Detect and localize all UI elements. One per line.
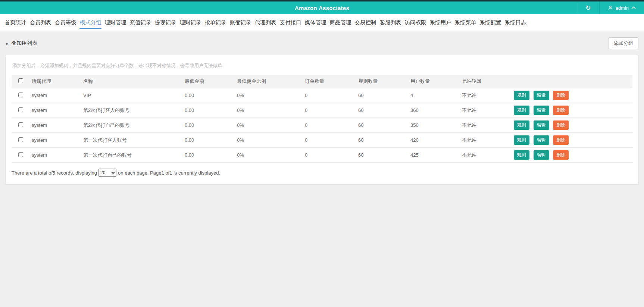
- cell-min-commission: 0%: [235, 148, 303, 163]
- tab-mode-groups[interactable]: 模式分组: [78, 15, 103, 31]
- select-all-checkbox[interactable]: [18, 78, 23, 83]
- tab-home-stats[interactable]: 首页统计: [3, 15, 28, 31]
- rule-button[interactable]: 规则: [514, 120, 529, 129]
- cell-allow-loop: 不允许: [460, 148, 512, 163]
- groups-table: 所属代理 名称 最低金额 最低佣金比例 订单数量 规则数量 用户数量 允许轮回 …: [12, 75, 632, 163]
- table-row: system 第2次代打客人的账号 0.00 0% 0 60 360 不允许 规…: [12, 103, 632, 118]
- col-actions: [512, 75, 632, 88]
- pagination-text-before: There are a total of5 records, displayin…: [12, 170, 97, 176]
- delete-button[interactable]: 删除: [553, 135, 569, 144]
- edit-button[interactable]: 编辑: [534, 135, 549, 144]
- cell-min-commission: 0%: [235, 133, 303, 148]
- cell-order-count: 0: [303, 133, 356, 148]
- tab-product-mgmt[interactable]: 商品管理: [328, 15, 353, 31]
- tab-system-menu[interactable]: 系统菜单: [453, 15, 478, 31]
- table-row: system 第一次代打自己的账号 0.00 0% 0 60 425 不允许 规…: [12, 148, 632, 163]
- double-chevron-icon: »: [6, 41, 9, 46]
- tab-trade-control[interactable]: 交易控制: [353, 15, 378, 31]
- edit-button[interactable]: 编辑: [534, 120, 549, 129]
- user-name: admin: [616, 5, 629, 11]
- cell-agent: system: [29, 118, 81, 133]
- tab-member-level[interactable]: 会员等级: [53, 15, 78, 31]
- cell-rule-count: 60: [356, 133, 408, 148]
- tab-recharge-records[interactable]: 充值记录: [128, 15, 153, 31]
- add-group-button[interactable]: 添加分组: [609, 37, 638, 49]
- cell-agent: system: [29, 148, 81, 163]
- cell-order-count: 0: [303, 88, 356, 103]
- breadcrumb: » 叠加组列表: [6, 40, 37, 47]
- row-checkbox[interactable]: [18, 137, 23, 142]
- tab-payment-api[interactable]: 支付接口: [278, 15, 303, 31]
- rule-button[interactable]: 规则: [514, 91, 529, 100]
- app-title: Amazon Associates: [295, 5, 349, 11]
- tab-media-mgmt[interactable]: 媒体管理: [303, 15, 328, 31]
- cell-min-amount: 0.00: [182, 118, 235, 133]
- col-min-commission: 最低佣金比例: [235, 75, 303, 88]
- chevron-up-icon: [631, 6, 636, 9]
- tab-support-list[interactable]: 客服列表: [378, 15, 403, 31]
- cell-rule-count: 60: [356, 118, 408, 133]
- row-checkbox[interactable]: [18, 107, 23, 112]
- group-list-panel: 添加分组后，必须添加规则，并且规则需要对应好订单个数，若出现不对称情况，会导致用…: [5, 55, 639, 185]
- app-header: Amazon Associates ↻ admin: [0, 1, 644, 14]
- col-min-amount: 最低金额: [182, 75, 235, 88]
- tab-balance-records[interactable]: 账变记录: [228, 15, 253, 31]
- tab-system-logs[interactable]: 系统日志: [503, 15, 528, 31]
- cell-allow-loop: 不允许: [460, 103, 512, 118]
- tab-grab-records[interactable]: 抢单记录: [203, 15, 228, 31]
- cell-name: VIP: [81, 88, 182, 103]
- user-menu[interactable]: admin: [599, 1, 644, 14]
- tab-member-list[interactable]: 会员列表: [28, 15, 53, 31]
- cell-order-count: 0: [303, 118, 356, 133]
- cell-rule-count: 60: [356, 148, 408, 163]
- cell-min-commission: 0%: [235, 88, 303, 103]
- cell-user-count: 4: [408, 88, 460, 103]
- col-allow-loop: 允许轮回: [460, 75, 512, 88]
- cell-rule-count: 60: [356, 103, 408, 118]
- row-checkbox[interactable]: [18, 93, 23, 97]
- refresh-button[interactable]: ↻: [577, 1, 599, 14]
- tab-finance-mgmt[interactable]: 理财管理: [103, 15, 128, 31]
- refresh-icon: ↻: [585, 5, 591, 11]
- edit-button[interactable]: 编辑: [534, 150, 549, 159]
- tab-agent-list[interactable]: 代理列表: [253, 15, 278, 31]
- cell-user-count: 360: [408, 103, 460, 118]
- table-row: system 第2次代打自己的账号 0.00 0% 0 60 350 不允许 规…: [12, 118, 632, 133]
- tab-system-users[interactable]: 系统用户: [428, 15, 453, 31]
- col-user-count: 用户数量: [408, 75, 460, 88]
- rule-button[interactable]: 规则: [514, 106, 529, 115]
- tab-system-config[interactable]: 系统配置: [478, 15, 503, 31]
- row-checkbox[interactable]: [18, 122, 23, 127]
- cell-allow-loop: 不允许: [460, 133, 512, 148]
- col-order-count: 订单数量: [303, 75, 356, 88]
- rule-button[interactable]: 规则: [514, 150, 529, 159]
- edit-button[interactable]: 编辑: [534, 106, 549, 115]
- cell-user-count: 420: [408, 133, 460, 148]
- delete-button[interactable]: 删除: [553, 120, 569, 129]
- cell-allow-loop: 不允许: [460, 88, 512, 103]
- cell-name: 第一次代打客人账号: [81, 133, 182, 148]
- cell-name: 第一次代打自己的账号: [81, 148, 182, 163]
- delete-button[interactable]: 删除: [553, 91, 569, 100]
- page-size-select[interactable]: 20: [99, 169, 116, 177]
- cell-min-amount: 0.00: [182, 148, 235, 163]
- row-checkbox[interactable]: [18, 152, 23, 157]
- cell-order-count: 0: [303, 103, 356, 118]
- cell-rule-count: 60: [356, 88, 408, 103]
- table-header-row: 所属代理 名称 最低金额 最低佣金比例 订单数量 规则数量 用户数量 允许轮回: [12, 75, 632, 88]
- main-nav: 首页统计 会员列表 会员等级 模式分组 理财管理 充值记录 提现记录 理财记录 …: [0, 14, 644, 31]
- tab-withdraw-records[interactable]: 提现记录: [153, 15, 178, 31]
- tab-finance-records[interactable]: 理财记录: [178, 15, 203, 31]
- delete-button[interactable]: 删除: [553, 150, 569, 159]
- cell-min-commission: 0%: [235, 103, 303, 118]
- cell-agent: system: [29, 133, 81, 148]
- cell-name: 第2次代打自己的账号: [81, 118, 182, 133]
- rule-button[interactable]: 规则: [514, 135, 529, 144]
- edit-button[interactable]: 编辑: [534, 91, 549, 100]
- pagination-text-after: on each page. Page1 of1 is currently dis…: [118, 170, 220, 176]
- delete-button[interactable]: 删除: [553, 106, 569, 115]
- cell-user-count: 425: [408, 148, 460, 163]
- table-row: system 第一次代打客人账号 0.00 0% 0 60 420 不允许 规则…: [12, 133, 632, 148]
- tab-access-rights[interactable]: 访问权限: [403, 15, 428, 31]
- cell-allow-loop: 不允许: [460, 118, 512, 133]
